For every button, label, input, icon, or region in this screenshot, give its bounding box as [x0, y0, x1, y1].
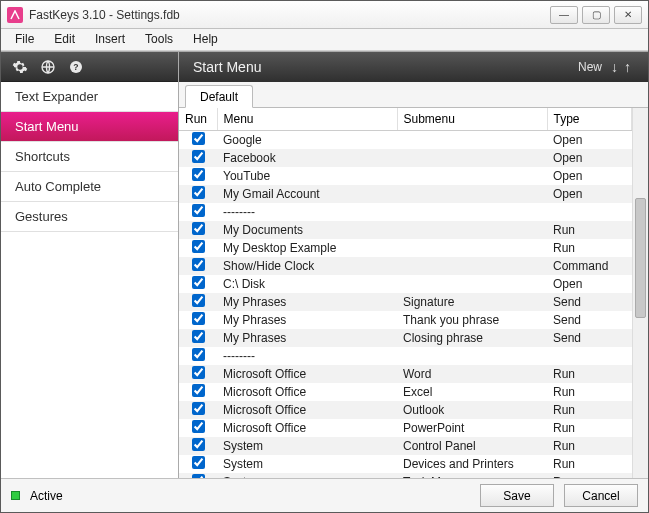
- run-checkbox[interactable]: [192, 420, 205, 433]
- cell-run: [179, 347, 217, 365]
- cell-type: Run: [547, 383, 632, 401]
- run-checkbox[interactable]: [192, 474, 205, 478]
- maximize-button[interactable]: ▢: [582, 6, 610, 24]
- cell-submenu: Closing phrase: [397, 329, 547, 347]
- save-button[interactable]: Save: [480, 484, 554, 507]
- sidebar-item-shortcuts[interactable]: Shortcuts: [1, 142, 178, 172]
- table-row[interactable]: My Desktop ExampleRun: [179, 239, 632, 257]
- table-row[interactable]: Microsoft OfficePowerPointRun: [179, 419, 632, 437]
- cell-menu: --------: [217, 203, 397, 221]
- col-menu[interactable]: Menu: [217, 108, 397, 131]
- run-checkbox[interactable]: [192, 366, 205, 379]
- run-checkbox[interactable]: [192, 276, 205, 289]
- titlebar[interactable]: FastKeys 3.10 - Settings.fdb — ▢ ✕: [1, 1, 648, 29]
- vertical-scrollbar[interactable]: [632, 108, 648, 478]
- gear-icon[interactable]: [11, 58, 29, 76]
- run-checkbox[interactable]: [192, 348, 205, 361]
- sidebar-item-text-expander[interactable]: Text Expander: [1, 82, 178, 112]
- tab-default[interactable]: Default: [185, 85, 253, 108]
- table-row[interactable]: SystemDevices and PrintersRun: [179, 455, 632, 473]
- table-row[interactable]: SystemTask ManagerRun: [179, 473, 632, 478]
- cell-submenu: Signature: [397, 293, 547, 311]
- sidebar-header: ?: [1, 52, 178, 82]
- cell-run: [179, 401, 217, 419]
- scrollbar-thumb[interactable]: [635, 198, 646, 318]
- cell-menu: C:\ Disk: [217, 275, 397, 293]
- table-row[interactable]: My PhrasesSignatureSend: [179, 293, 632, 311]
- cell-type: Send: [547, 293, 632, 311]
- col-run[interactable]: Run: [179, 108, 217, 131]
- table-row[interactable]: --------: [179, 347, 632, 365]
- run-checkbox[interactable]: [192, 132, 205, 145]
- cancel-button[interactable]: Cancel: [564, 484, 638, 507]
- run-checkbox[interactable]: [192, 402, 205, 415]
- run-checkbox[interactable]: [192, 294, 205, 307]
- menu-help[interactable]: Help: [183, 29, 228, 50]
- run-checkbox[interactable]: [192, 312, 205, 325]
- run-checkbox[interactable]: [192, 258, 205, 271]
- footer: Active Save Cancel: [1, 478, 648, 512]
- cell-run: [179, 167, 217, 185]
- arrow-up-icon[interactable]: ↑: [621, 59, 634, 75]
- sidebar-item-start-menu[interactable]: Start Menu: [1, 112, 178, 142]
- col-type[interactable]: Type: [547, 108, 632, 131]
- new-button[interactable]: New: [572, 60, 608, 74]
- run-checkbox[interactable]: [192, 204, 205, 217]
- menu-edit[interactable]: Edit: [44, 29, 85, 50]
- cell-submenu: PowerPoint: [397, 419, 547, 437]
- run-checkbox[interactable]: [192, 168, 205, 181]
- table-row[interactable]: YouTubeOpen: [179, 167, 632, 185]
- run-checkbox[interactable]: [192, 150, 205, 163]
- cell-type: Run: [547, 473, 632, 478]
- arrow-down-icon[interactable]: ↓: [608, 59, 621, 75]
- sidebar-item-auto-complete[interactable]: Auto Complete: [1, 172, 178, 202]
- cell-run: [179, 221, 217, 239]
- cell-run: [179, 185, 217, 203]
- table-row[interactable]: My Gmail AccountOpen: [179, 185, 632, 203]
- cell-menu: Microsoft Office: [217, 419, 397, 437]
- cell-menu: Microsoft Office: [217, 365, 397, 383]
- table-row[interactable]: C:\ DiskOpen: [179, 275, 632, 293]
- menu-insert[interactable]: Insert: [85, 29, 135, 50]
- cell-menu: --------: [217, 347, 397, 365]
- table-row[interactable]: GoogleOpen: [179, 131, 632, 150]
- table-row[interactable]: --------: [179, 203, 632, 221]
- table-row[interactable]: FacebookOpen: [179, 149, 632, 167]
- cell-submenu: [397, 185, 547, 203]
- main-title: Start Menu: [193, 59, 572, 75]
- table-scroll[interactable]: Run Menu Submenu Type GoogleOpenFacebook…: [179, 108, 632, 478]
- cell-type: Command: [547, 257, 632, 275]
- cell-menu: My Phrases: [217, 293, 397, 311]
- run-checkbox[interactable]: [192, 456, 205, 469]
- cell-menu: YouTube: [217, 167, 397, 185]
- col-submenu[interactable]: Submenu: [397, 108, 547, 131]
- table-row[interactable]: SystemControl PanelRun: [179, 437, 632, 455]
- table-row[interactable]: Microsoft OfficeExcelRun: [179, 383, 632, 401]
- run-checkbox[interactable]: [192, 186, 205, 199]
- run-checkbox[interactable]: [192, 222, 205, 235]
- cell-run: [179, 275, 217, 293]
- cell-menu: My Phrases: [217, 311, 397, 329]
- cell-type: [547, 347, 632, 365]
- run-checkbox[interactable]: [192, 438, 205, 451]
- close-button[interactable]: ✕: [614, 6, 642, 24]
- help-icon[interactable]: ?: [67, 58, 85, 76]
- sidebar-item-gestures[interactable]: Gestures: [1, 202, 178, 232]
- globe-icon[interactable]: [39, 58, 57, 76]
- table-row[interactable]: My PhrasesClosing phraseSend: [179, 329, 632, 347]
- table-row[interactable]: Show/Hide ClockCommand: [179, 257, 632, 275]
- table-row[interactable]: My DocumentsRun: [179, 221, 632, 239]
- table-row[interactable]: Microsoft OfficeOutlookRun: [179, 401, 632, 419]
- table-row[interactable]: My PhrasesThank you phraseSend: [179, 311, 632, 329]
- menu-tools[interactable]: Tools: [135, 29, 183, 50]
- minimize-button[interactable]: —: [550, 6, 578, 24]
- table-row[interactable]: Microsoft OfficeWordRun: [179, 365, 632, 383]
- cell-type: Open: [547, 275, 632, 293]
- menu-file[interactable]: File: [5, 29, 44, 50]
- cell-run: [179, 311, 217, 329]
- run-checkbox[interactable]: [192, 240, 205, 253]
- cell-submenu: Devices and Printers: [397, 455, 547, 473]
- run-checkbox[interactable]: [192, 384, 205, 397]
- run-checkbox[interactable]: [192, 330, 205, 343]
- cell-menu: My Phrases: [217, 329, 397, 347]
